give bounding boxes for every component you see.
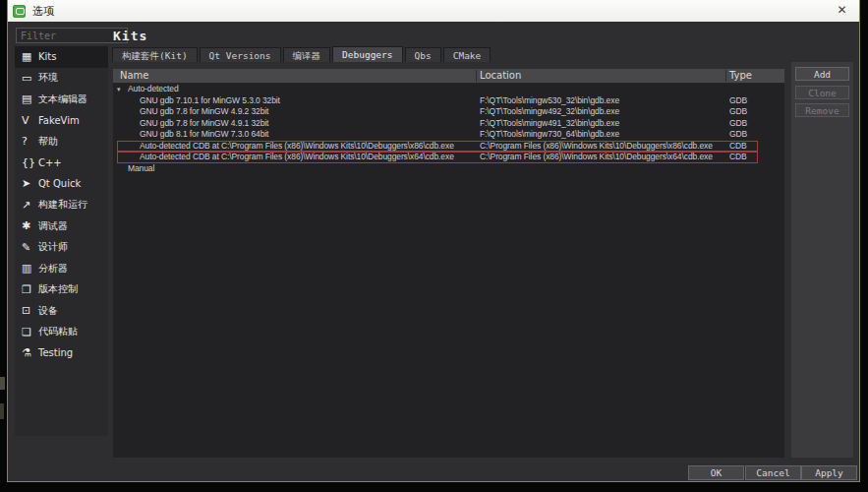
background-window-fragment <box>0 377 5 390</box>
name-cell: Auto-detected CDB at C:\Program Files (x… <box>140 152 478 163</box>
sidebar-item-build-run[interactable]: ↗构建和运行 <box>15 195 108 216</box>
sidebar-item-label: Testing <box>38 347 73 358</box>
table-row[interactable]: GNU gdb 7.10.1 for MinGW 5.3.0 32bitF:\Q… <box>113 95 784 107</box>
table-row[interactable]: Manual <box>113 163 784 175</box>
qt-creator-app-icon <box>13 5 26 18</box>
location-cell: C:\Program Files (x86)\Windows Kits\10\D… <box>480 141 725 153</box>
environment-icon: ▭ <box>22 72 38 85</box>
sidebar-item-debugger[interactable]: ✱调试器 <box>15 215 108 237</box>
tab-qbs[interactable]: Qbs <box>405 47 441 62</box>
sidebar-item-label: 文本编辑器 <box>38 92 87 106</box>
filter-input[interactable] <box>16 28 128 43</box>
sidebar-item-cpp[interactable]: {}C++ <box>15 153 108 174</box>
cancel-button[interactable]: Cancel <box>745 465 801 480</box>
name-cell: Auto-detected CDB at C:\Program Files (x… <box>140 141 478 153</box>
sidebar-item-version-control[interactable]: ❐版本控制 <box>15 279 108 301</box>
devices-icon: ⊡ <box>22 304 38 317</box>
table-row[interactable]: GNU gdb 8.1 for MinGW 7.3.0 64bitF:\QT\T… <box>113 129 784 141</box>
sidebar-item-label: Kits <box>38 51 56 62</box>
expander-icon[interactable]: ▾ <box>117 84 120 95</box>
table-row[interactable]: GNU gdb 7.8 for MinGW 4.9.1 32bitF:\QT\T… <box>113 118 784 130</box>
add-button[interactable]: Add <box>795 67 849 81</box>
sidebar-item-label: 构建和运行 <box>38 198 87 212</box>
sidebar-item-label: 分析器 <box>38 262 68 276</box>
location-cell: F:\QT\Tools\mingw491_32\bin\gdb.exe <box>480 118 725 130</box>
sidebar-item-text-editor[interactable]: ▤文本编辑器 <box>15 89 108 110</box>
sidebar-item-label: Qt Quick <box>38 178 81 189</box>
column-separator <box>725 70 726 82</box>
column-header-name[interactable]: Name <box>120 69 149 83</box>
help-icon: ? <box>22 135 38 148</box>
sidebar-item-label: 环境 <box>38 71 58 85</box>
type-cell: GDB <box>729 95 779 107</box>
build-run-icon: ↗ <box>22 199 38 212</box>
name-cell: GNU gdb 7.8 for MinGW 4.9.1 32bit <box>140 118 478 130</box>
location-cell: F:\QT\Tools\mingw730_64\bin\gdb.exe <box>480 129 725 141</box>
sidebar-item-code-pasting[interactable]: ❏代码粘贴 <box>15 322 108 343</box>
sidebar-item-fakevim[interactable]: VFakeVim <box>15 110 108 132</box>
type-cell: GDB <box>729 106 779 118</box>
close-icon[interactable]: ✕ <box>834 2 850 19</box>
location-cell: C:\Program Files (x86)\Windows Kits\10\D… <box>480 152 725 163</box>
apply-button[interactable]: Apply <box>801 465 857 480</box>
tab-bar: 构建套件(Kit)Qt Versions编译器DebuggersQbsCMake <box>112 46 492 62</box>
column-header-location[interactable]: Location <box>480 69 521 83</box>
sidebar-category-list: ▦Kits▭环境▤文本编辑器VFakeVim?帮助{}C++➤Qt Quick↗… <box>15 46 108 436</box>
version-control-icon: ❐ <box>22 283 38 296</box>
sidebar-item-help[interactable]: ?帮助 <box>15 131 108 153</box>
tab-compilers[interactable]: 编译器 <box>283 47 331 62</box>
sidebar-item-environment[interactable]: ▭环境 <box>15 68 108 90</box>
table-actions-panel: AddCloneRemove <box>791 62 853 458</box>
options-dialog: 选项 ✕ ▦Kits▭环境▤文本编辑器VFakeVim?帮助{}C++➤Qt Q… <box>7 0 860 482</box>
name-cell: GNU gdb 7.8 for MinGW 4.9.2 32bit <box>140 106 478 118</box>
location-cell: F:\QT\Tools\mingw530_32\bin\gdb.exe <box>480 95 725 107</box>
ok-button[interactable]: OK <box>688 465 744 480</box>
tab-kits[interactable]: 构建套件(Kit) <box>112 47 198 62</box>
remove-button[interactable]: Remove <box>795 103 849 117</box>
page-title: Kits <box>113 29 147 43</box>
sidebar-item-label: FakeVim <box>38 115 80 126</box>
sidebar-item-label: 调试器 <box>38 219 68 233</box>
sidebar-item-label: 设备 <box>38 304 58 318</box>
sidebar-item-devices[interactable]: ⊡设备 <box>15 300 108 322</box>
table-row[interactable]: ▾Auto-detected <box>113 84 784 95</box>
type-cell: GDB <box>729 129 779 141</box>
sidebar-item-kits[interactable]: ▦Kits <box>15 46 108 68</box>
debugger-icon: ✱ <box>22 219 38 232</box>
sidebar-item-label: 版本控制 <box>38 282 78 296</box>
sidebar-item-designer[interactable]: ✎设计师 <box>15 237 108 259</box>
debuggers-table: NameLocationType ▾Auto-detectedGNU gdb 7… <box>113 69 784 458</box>
tab-debuggers[interactable]: Debuggers <box>332 46 402 62</box>
testing-icon: ⚗ <box>22 346 38 359</box>
sidebar-item-label: C++ <box>38 157 62 168</box>
clone-button[interactable]: Clone <box>795 86 849 99</box>
sidebar-item-testing[interactable]: ⚗Testing <box>15 342 108 364</box>
name-cell: GNU gdb 7.10.1 for MinGW 5.3.0 32bit <box>140 95 478 107</box>
column-header-type[interactable]: Type <box>729 69 752 83</box>
table-row[interactable]: Auto-detected CDB at C:\Program Files (x… <box>113 152 784 163</box>
table-header-row: NameLocationType <box>113 69 784 84</box>
titlebar[interactable]: 选项 ✕ <box>8 0 859 22</box>
qt-quick-icon: ➤ <box>22 177 38 190</box>
cpp-icon: {} <box>22 156 38 169</box>
table-row[interactable]: GNU gdb 7.8 for MinGW 4.9.2 32bitF:\QT\T… <box>113 106 784 118</box>
type-cell: GDB <box>729 118 779 130</box>
table-row[interactable]: Auto-detected CDB at C:\Program Files (x… <box>113 141 784 153</box>
tab-cmake[interactable]: CMake <box>443 47 492 62</box>
text-editor-icon: ▤ <box>22 92 38 105</box>
window-title: 选项 <box>32 4 54 19</box>
sidebar-item-analyzer[interactable]: ▥分析器 <box>15 258 108 279</box>
sidebar-item-label: 帮助 <box>38 135 58 149</box>
name-cell: Manual <box>128 163 452 175</box>
fakevim-icon: V <box>22 114 38 127</box>
name-cell: Auto-detected <box>128 84 452 95</box>
name-cell: GNU gdb 8.1 for MinGW 7.3.0 64bit <box>140 129 478 141</box>
tab-qt-versions[interactable]: Qt Versions <box>200 47 281 62</box>
column-separator <box>476 70 477 82</box>
desktop-background: 选项 ✕ ▦Kits▭环境▤文本编辑器VFakeVim?帮助{}C++➤Qt Q… <box>0 0 868 492</box>
kits-icon: ▦ <box>22 50 38 63</box>
type-cell: CDB <box>729 152 779 163</box>
table-body: ▾Auto-detectedGNU gdb 7.10.1 for MinGW 5… <box>113 84 784 458</box>
type-cell: CDB <box>729 141 779 153</box>
sidebar-item-qt-quick[interactable]: ➤Qt Quick <box>15 173 108 195</box>
